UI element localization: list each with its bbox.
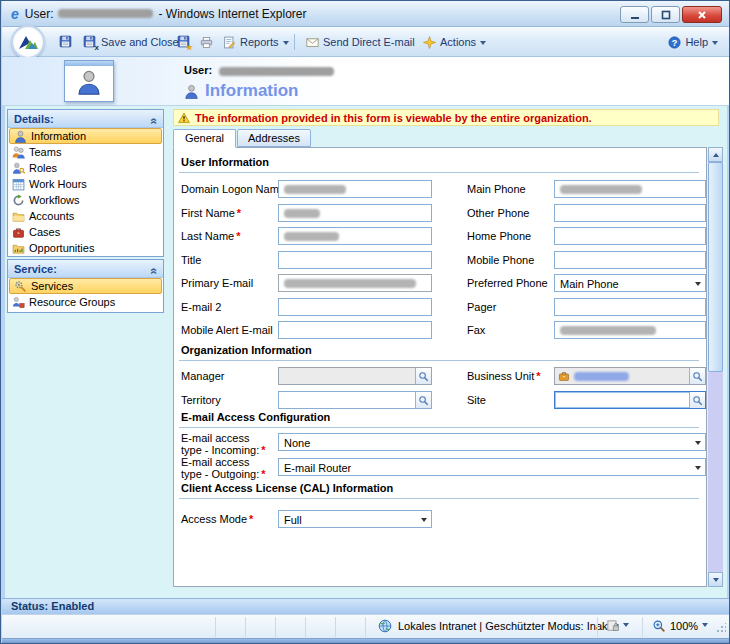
statusbar-divider: [215, 617, 216, 637]
close-icon: [697, 10, 707, 20]
save-button[interactable]: [56, 32, 76, 52]
lookup-button[interactable]: [689, 392, 705, 408]
lookup-button[interactable]: [415, 392, 431, 408]
scroll-up-button[interactable]: [708, 147, 723, 162]
lookup-button[interactable]: [415, 368, 431, 384]
main-phone-field[interactable]: [554, 180, 706, 198]
sidebar-item-information[interactable]: Information: [9, 128, 162, 144]
work-hours-icon: [12, 178, 25, 191]
collapse-icon[interactable]: «: [146, 118, 164, 125]
email-icon: [306, 36, 319, 49]
sidebar-item-services[interactable]: Services: [9, 278, 162, 294]
window-title: User: - Windows Internet Explorer: [25, 7, 307, 21]
magnifier-icon: [692, 371, 703, 382]
save-icon: [59, 35, 72, 48]
access-mode-select[interactable]: Full: [278, 510, 432, 528]
protected-mode-icon: [606, 619, 620, 633]
sidebar-item-label: Information: [31, 130, 86, 142]
close-button[interactable]: [682, 6, 722, 23]
actions-label: Actions: [440, 36, 476, 48]
first-name-field[interactable]: [278, 204, 432, 222]
maximize-button[interactable]: [651, 6, 680, 23]
business-unit-icon: [558, 370, 570, 382]
lookup-button[interactable]: [689, 368, 705, 384]
chevron-down-icon: [283, 41, 289, 48]
magnifier-icon: [692, 395, 703, 406]
business-unit-lookup-field[interactable]: [554, 367, 706, 385]
domain-logon-name-field[interactable]: [278, 180, 432, 198]
save-and-close-button[interactable]: x Save and Close: [80, 32, 182, 52]
help-button[interactable]: Help: [665, 32, 721, 52]
tab-general[interactable]: General: [173, 129, 236, 148]
sidebar-item-roles[interactable]: Roles: [8, 160, 163, 176]
mobile-phone-field[interactable]: [554, 251, 706, 269]
sidebar-item-resource-groups[interactable]: Resource Groups: [8, 294, 163, 310]
territory-lookup-field[interactable]: [278, 391, 432, 409]
scroll-down-button[interactable]: [708, 572, 723, 587]
sidebar-item-work-hours[interactable]: Work Hours: [8, 176, 163, 192]
redacted-value: [284, 279, 416, 288]
redacted-value: [574, 372, 629, 381]
scroll-up-icon: [713, 150, 719, 157]
last-name-field[interactable]: [278, 227, 432, 245]
scroll-thumb[interactable]: [708, 162, 723, 372]
minimize-button[interactable]: [620, 6, 649, 23]
preferred-phone-select[interactable]: Main Phone: [554, 274, 706, 292]
email-access-incoming-select[interactable]: None: [278, 433, 706, 451]
title-field[interactable]: [278, 251, 432, 269]
section-title-cal: Client Access License (CAL) Information: [181, 482, 393, 494]
site-lookup-field[interactable]: [554, 391, 706, 409]
sidebar-item-opportunities[interactable]: Opportunities: [8, 240, 163, 256]
section-divider: [179, 427, 699, 428]
protected-mode-button[interactable]: [606, 619, 629, 633]
fax-label: Fax: [467, 324, 485, 336]
other-phone-field[interactable]: [554, 204, 706, 222]
access-mode-label: Access Mode*: [181, 513, 253, 525]
email-access-outgoing-select[interactable]: E-mail Router: [278, 458, 706, 476]
dropdown-caret-icon: [421, 518, 427, 525]
sidebar-item-label: Cases: [29, 226, 60, 238]
manager-lookup-field[interactable]: [278, 367, 432, 385]
tab-addresses[interactable]: Addresses: [237, 129, 311, 147]
help-label: Help: [685, 36, 708, 48]
fax-field[interactable]: [554, 321, 706, 339]
primary-email-field[interactable]: [278, 274, 432, 292]
reports-label: Reports: [240, 36, 279, 48]
first-name-label: First Name*: [181, 207, 241, 219]
print-button[interactable]: [197, 32, 216, 52]
save-and-new-button[interactable]: ★: [174, 32, 194, 52]
sidebar-item-label: Services: [31, 280, 73, 292]
zoom-button[interactable]: 100%: [652, 619, 708, 633]
sidebar-item-teams[interactable]: Teams: [8, 144, 163, 160]
ie-logo-icon: e: [11, 6, 19, 22]
email-access-incoming-value: None: [284, 437, 310, 449]
save-and-close-label: Save and Close: [101, 36, 179, 48]
sidebar-item-accounts[interactable]: Accounts: [8, 208, 163, 224]
sidebar-item-cases[interactable]: Cases: [8, 224, 163, 240]
mobile-alert-email-field[interactable]: [278, 321, 432, 339]
statusbar-divider: [365, 617, 366, 637]
pager-field[interactable]: [554, 298, 706, 316]
reports-button[interactable]: Reports: [220, 32, 292, 52]
email2-field[interactable]: [278, 298, 432, 316]
help-icon: [668, 36, 681, 49]
sidebar-item-workflows[interactable]: Workflows: [8, 192, 163, 208]
manager-label: Manager: [181, 370, 224, 382]
window-title-entity: User:: [25, 7, 54, 21]
dropdown-caret-icon: [695, 466, 701, 473]
email-access-outgoing-value: E-mail Router: [284, 462, 351, 474]
actions-button[interactable]: Actions: [420, 32, 489, 52]
email-access-outgoing-label: E-mail access type - Outgoing:*: [181, 456, 273, 480]
resize-grip[interactable]: [716, 623, 726, 633]
form-scrollbar[interactable]: [708, 147, 723, 587]
information-icon: [14, 130, 27, 143]
resource-groups-icon: [12, 296, 25, 309]
main-phone-label: Main Phone: [467, 183, 526, 195]
home-phone-field[interactable]: [554, 227, 706, 245]
accounts-icon: [12, 210, 25, 223]
send-direct-email-button[interactable]: Send Direct E-mail: [303, 32, 418, 52]
email2-label: E-mail 2: [181, 301, 221, 313]
sidebar: Details: « Information Teams Roles Work …: [5, 106, 167, 598]
collapse-icon[interactable]: «: [146, 268, 164, 275]
notice-text: The information provided in this form is…: [195, 112, 592, 124]
